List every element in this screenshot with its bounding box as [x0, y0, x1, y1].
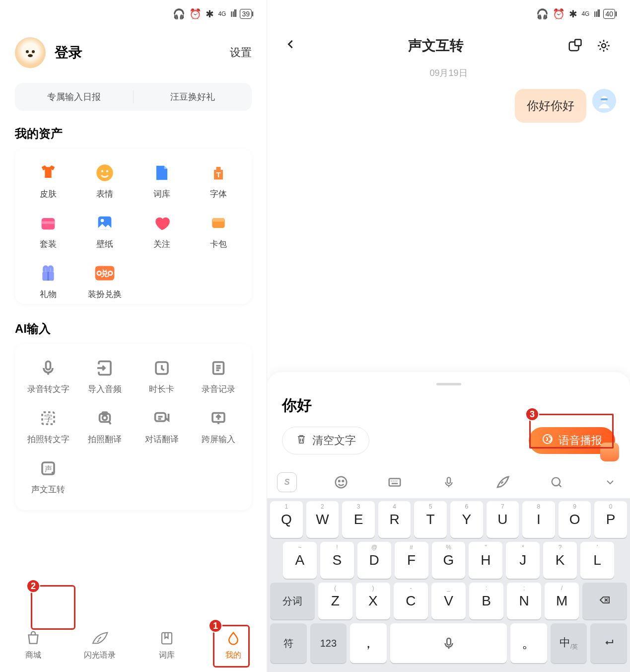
ai-icon — [151, 358, 172, 378]
section-title-assets: 我的资产 — [0, 121, 267, 149]
asset-item[interactable]: 套装 — [20, 213, 76, 250]
ai-item[interactable]: 时长卡 — [134, 358, 190, 395]
key-K[interactable]: ?K — [543, 542, 577, 579]
key-U[interactable]: 7U — [487, 501, 519, 538]
key-N[interactable]: ;N — [507, 583, 541, 619]
key-B[interactable]: :B — [469, 583, 503, 619]
asset-icon — [208, 213, 229, 233]
svg-text:兑: 兑 — [100, 269, 109, 278]
sogou-logo-icon[interactable]: S — [277, 472, 297, 492]
key-symbol[interactable]: 符 — [270, 623, 307, 663]
asset-item[interactable]: 关注 — [134, 213, 190, 250]
key-S[interactable]: !S — [320, 542, 354, 579]
ai-label: 拍照转文字 — [27, 434, 70, 445]
key-，[interactable]: ， — [350, 623, 387, 663]
svg-point-40 — [339, 480, 340, 482]
alarm-icon: ⏰ — [553, 8, 565, 20]
key-V[interactable]: _V — [431, 583, 466, 619]
asset-icon — [38, 162, 59, 183]
mic-icon[interactable] — [439, 472, 459, 492]
key-E[interactable]: 3E — [342, 501, 375, 538]
ai-item[interactable]: 录音转文字 — [20, 358, 76, 395]
asset-icon: 兑 — [94, 263, 115, 284]
key-。[interactable]: 。 — [510, 623, 547, 663]
asset-item[interactable]: 兑装扮兑换 — [76, 263, 133, 300]
key-L[interactable]: 'L — [580, 542, 614, 579]
key-H[interactable]: "H — [469, 542, 502, 579]
key-X[interactable]: )X — [356, 583, 390, 619]
voice-icon — [542, 433, 554, 448]
ai-icon: 声 — [38, 458, 59, 479]
key-Z[interactable]: (Z — [318, 583, 352, 619]
tab-label: 商城 — [25, 650, 41, 661]
ai-item[interactable]: 声声文互转 — [20, 458, 76, 495]
ai-item[interactable]: 拍照翻译 — [76, 408, 133, 445]
key-M[interactable]: /M — [545, 583, 579, 619]
key-G[interactable]: %G — [432, 542, 466, 579]
message-bubble[interactable]: 你好你好 — [515, 89, 586, 123]
key-C[interactable]: -C — [394, 583, 428, 619]
emoji-icon[interactable] — [331, 472, 351, 492]
pip-icon[interactable] — [566, 37, 583, 54]
left-screen: 🎧 ⏰ ✱ 4G ııll 39 登录 设置 专属输入日报 汪豆换好礼 我的资产… — [0, 0, 267, 672]
ai-item[interactable]: 跨屏输入 — [190, 408, 247, 445]
tab-dict[interactable]: 词库 — [134, 618, 200, 672]
asset-label: 皮肤 — [40, 188, 57, 200]
key-J[interactable]: *J — [506, 542, 540, 579]
header-right: 声文互转 — [267, 27, 630, 64]
float-icon[interactable] — [600, 443, 619, 461]
key-D[interactable]: @D — [357, 542, 391, 579]
banner-gift[interactable]: 汪豆换好礼 — [134, 91, 252, 103]
key-W[interactable]: 2W — [306, 501, 339, 538]
asset-item[interactable]: 词库 — [134, 162, 190, 200]
search-icon[interactable] — [547, 472, 566, 492]
chevron-down-icon[interactable] — [600, 472, 620, 492]
key-fenci[interactable]: 分词 — [270, 583, 315, 619]
ai-item[interactable]: 导入音频 — [76, 358, 133, 395]
tab-quotes[interactable]: 闪光语录 — [67, 618, 133, 672]
tab-label: 闪光语录 — [84, 650, 116, 661]
key-Q[interactable]: 1Q — [270, 501, 303, 538]
key-T[interactable]: 5T — [414, 501, 447, 538]
key-space[interactable] — [390, 623, 507, 663]
bottom-sheet: 你好 清空文字 语音播报 S — [267, 372, 630, 672]
ai-label: 对话翻译 — [145, 434, 179, 445]
asset-item[interactable]: 卡包 — [190, 213, 247, 250]
feather-icon[interactable] — [492, 472, 512, 492]
settings-button[interactable]: 设置 — [230, 45, 252, 60]
sheet-title: 你好 — [282, 388, 615, 427]
tab-store[interactable]: 商城 — [0, 618, 67, 672]
asset-item[interactable]: T字体 — [190, 162, 247, 200]
avatar-icon[interactable] — [15, 37, 46, 68]
key-O[interactable]: 9O — [559, 501, 591, 538]
battery-indicator: 39 — [240, 9, 252, 19]
ai-item[interactable]: 录音记录 — [190, 358, 247, 395]
asset-item[interactable]: 皮肤 — [20, 162, 76, 200]
keyboard-icon[interactable] — [385, 472, 405, 492]
key-Y[interactable]: 6Y — [450, 501, 483, 538]
key-enter[interactable] — [590, 623, 627, 663]
back-button[interactable] — [285, 37, 305, 55]
gear-icon[interactable] — [595, 37, 612, 54]
clear-text-button[interactable]: 清空文字 — [282, 427, 369, 454]
asset-item[interactable]: 礼物 — [20, 263, 76, 300]
key-P[interactable]: 0P — [594, 501, 627, 538]
key-123[interactable]: 123 — [310, 623, 347, 663]
key-backspace[interactable] — [582, 583, 627, 619]
banner-report[interactable]: 专属输入日报 — [15, 91, 133, 103]
callout-badge-3: 3 — [525, 407, 539, 421]
ai-icon — [94, 408, 115, 429]
key-A[interactable]: ~A — [283, 542, 317, 579]
ai-item[interactable]: 字拍照转文字 — [20, 408, 76, 445]
key-R[interactable]: 4R — [378, 501, 411, 538]
voice-play-label: 语音播报 — [559, 433, 602, 448]
key-F[interactable]: #F — [395, 542, 428, 579]
asset-item[interactable]: 表情 — [76, 162, 133, 200]
key-I[interactable]: 8I — [522, 501, 555, 538]
login-button[interactable]: 登录 — [55, 43, 230, 62]
ai-item[interactable]: 对话翻译 — [134, 408, 190, 445]
sheet-handle[interactable] — [436, 383, 461, 385]
key-cn-en[interactable]: 中/英 — [551, 623, 587, 663]
asset-item[interactable]: 壁纸 — [76, 213, 133, 250]
asset-label: 装扮兑换 — [88, 289, 122, 300]
